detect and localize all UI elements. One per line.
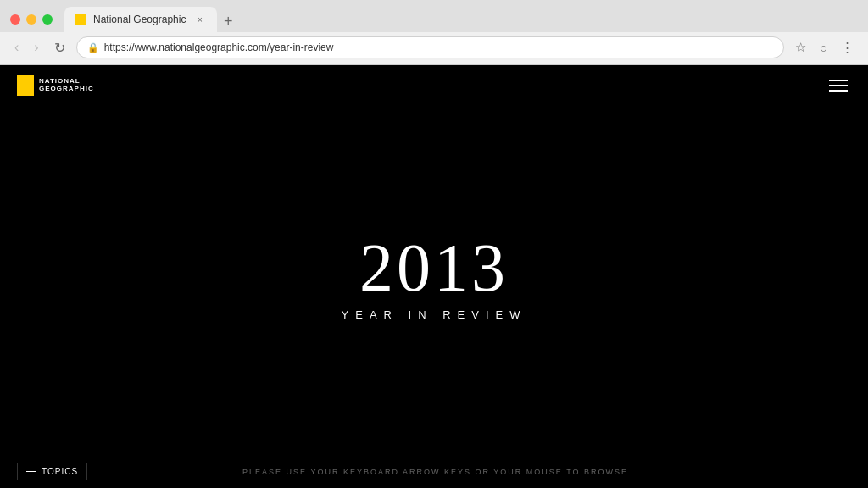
lock-icon: 🔒 [87, 42, 99, 53]
bookmark-button[interactable]: ☆ [791, 37, 810, 58]
menu-button[interactable]: ⋮ [837, 37, 858, 58]
tabs-row: National Geographic × + [64, 7, 858, 32]
hamburger-menu-button[interactable] [826, 76, 851, 95]
hamburger-line-3 [829, 90, 848, 92]
toolbar-right: ☆ ○ ⋮ [791, 37, 858, 58]
natgeo-text: NATIONAL GEOGRAPHIC [39, 78, 94, 93]
minimize-button[interactable] [26, 14, 36, 25]
address-bar-row: ‹ › ↻ 🔒 https://www.nationalgeographic.c… [0, 32, 868, 64]
hamburger-line-2 [829, 85, 848, 86]
close-button[interactable] [10, 14, 20, 25]
site-header: NATIONAL GEOGRAPHIC [0, 65, 868, 106]
window-controls [10, 14, 53, 25]
bottom-bar: TOPICS PLEASE USE YOUR KEYBOARD ARROW KE… [0, 454, 868, 488]
natgeo-geographic: GEOGRAPHIC [39, 86, 94, 93]
active-tab[interactable]: National Geographic × [64, 7, 217, 32]
refresh-button[interactable]: ↻ [50, 38, 70, 58]
tab-close-button[interactable]: × [193, 13, 207, 26]
year-title: 2013 [342, 234, 527, 302]
url-text: https://www.nationalgeographic.com/year-… [104, 42, 773, 53]
profile-button[interactable]: ○ [815, 38, 832, 58]
new-tab-button[interactable]: + [217, 10, 240, 32]
tab-favicon [75, 14, 86, 25]
tab-title: National Geographic [93, 14, 186, 25]
topics-line-2 [26, 471, 36, 472]
natgeo-logo[interactable]: NATIONAL GEOGRAPHIC [17, 75, 94, 96]
topics-line-1 [26, 469, 36, 469]
title-bar: National Geographic × + [0, 0, 868, 32]
topics-line-3 [26, 474, 36, 474]
browser-chrome: National Geographic × + ‹ › ↻ 🔒 https://… [0, 0, 868, 65]
forward-button[interactable]: › [30, 38, 42, 57]
hero-content: 2013 YEAR IN REVIEW [342, 234, 527, 321]
topics-icon [26, 469, 36, 474]
maximize-button[interactable] [42, 14, 53, 25]
hero-subtitle: YEAR IN REVIEW [342, 308, 527, 321]
topics-button[interactable]: TOPICS [17, 463, 87, 480]
address-field[interactable]: 🔒 https://www.nationalgeographic.com/yea… [76, 36, 784, 58]
browse-hint: PLEASE USE YOUR KEYBOARD ARROW KEYS OR Y… [87, 468, 783, 476]
website-content: NATIONAL GEOGRAPHIC 2013 YEAR IN REVIEW … [0, 65, 868, 488]
topics-label: TOPICS [42, 467, 78, 476]
natgeo-yellow-box [17, 75, 34, 96]
back-button[interactable]: ‹ [10, 38, 23, 57]
hamburger-line-1 [829, 80, 848, 81]
